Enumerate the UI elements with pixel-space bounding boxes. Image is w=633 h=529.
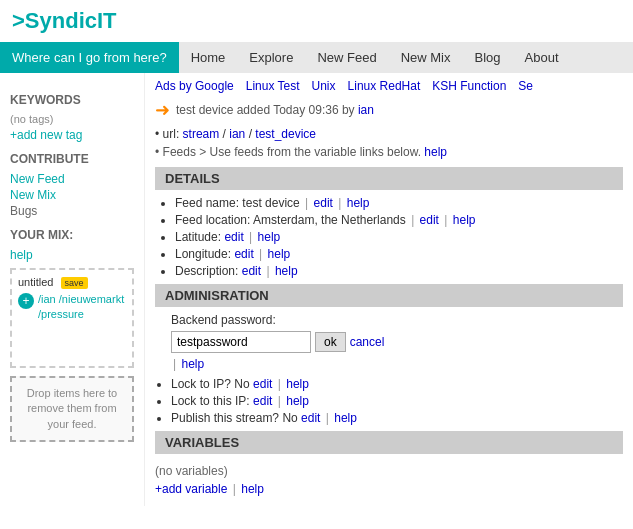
drop-box: Drop items here to remove them from your… bbox=[10, 376, 134, 442]
content: Ads by Google Linux Test Unix Linux RedH… bbox=[145, 73, 633, 506]
ads-by-google: Ads by Google bbox=[155, 79, 234, 93]
mix-save-badge[interactable]: save bbox=[61, 277, 88, 289]
latitude-label: Latitude: bbox=[175, 230, 221, 244]
ads-row: Ads by Google Linux Test Unix Linux RedH… bbox=[155, 79, 623, 93]
test-device-link[interactable]: test_device bbox=[255, 127, 316, 141]
password-row: ok cancel bbox=[171, 331, 623, 353]
nav-new-mix[interactable]: New Mix bbox=[389, 42, 463, 73]
feed-name-help[interactable]: help bbox=[347, 196, 370, 210]
navigation: Where can I go from here? Home Explore N… bbox=[0, 42, 633, 73]
longitude-item: Longitude: edit | help bbox=[175, 247, 623, 261]
nav-blog[interactable]: Blog bbox=[463, 42, 513, 73]
lock-this-ip-help[interactable]: help bbox=[286, 394, 309, 408]
nav-search-label: Where can I go from here? bbox=[0, 42, 179, 73]
variables-help-link[interactable]: help bbox=[241, 482, 264, 496]
header: >SyndicIT bbox=[0, 0, 633, 42]
feed-location-item: Feed location: Amsterdam, the Netherland… bbox=[175, 213, 623, 227]
lock-ip-edit[interactable]: edit bbox=[253, 377, 272, 391]
bugs-label: Bugs bbox=[10, 204, 134, 218]
ian-link[interactable]: ian bbox=[229, 127, 245, 141]
no-variables-label: (no variables) bbox=[155, 464, 623, 478]
keywords-title: KEYWORDS bbox=[10, 93, 134, 107]
your-mix-title: YOUR MIX: bbox=[10, 228, 134, 242]
nav-explore[interactable]: Explore bbox=[237, 42, 305, 73]
contribute-title: CONTRIBUTE bbox=[10, 152, 134, 166]
description-help[interactable]: help bbox=[275, 264, 298, 278]
password-input[interactable] bbox=[171, 331, 311, 353]
mix-path-line1: /ian /nieuwemarkt bbox=[38, 293, 124, 305]
feed-name-label: Feed name: test device bbox=[175, 196, 300, 210]
ads-se[interactable]: Se bbox=[518, 79, 533, 93]
main: KEYWORDS (no tags) +add new tag CONTRIBU… bbox=[0, 73, 633, 506]
feed-location-edit[interactable]: edit bbox=[420, 213, 439, 227]
lock-ip-label: Lock to IP? No bbox=[171, 377, 250, 391]
feeds-text: Feeds > Use feeds from the variable link… bbox=[163, 145, 421, 159]
ads-linux-test[interactable]: Linux Test bbox=[246, 79, 300, 93]
logo: >SyndicIT bbox=[12, 8, 117, 33]
mix-untitled-label: untitled bbox=[18, 276, 53, 288]
orange-arrow-icon: ➜ bbox=[155, 99, 170, 121]
publish-edit[interactable]: edit bbox=[301, 411, 320, 425]
ok-button[interactable]: ok bbox=[315, 332, 346, 352]
lock-this-ip-edit[interactable]: edit bbox=[253, 394, 272, 408]
publish-stream-item: Publish this stream? No edit | help bbox=[171, 411, 623, 425]
cancel-link[interactable]: cancel bbox=[350, 335, 385, 349]
feeds-help-link[interactable]: help bbox=[424, 145, 447, 159]
publish-help[interactable]: help bbox=[334, 411, 357, 425]
lock-ip-help[interactable]: help bbox=[286, 377, 309, 391]
mix-path-line2: /pressure bbox=[38, 308, 84, 320]
sidebar: KEYWORDS (no tags) +add new tag CONTRIBU… bbox=[0, 73, 145, 506]
admin-section-header: ADMINISRATION bbox=[155, 284, 623, 307]
add-variable-link[interactable]: +add variable bbox=[155, 482, 227, 496]
admin-row: Backend password: ok cancel | help bbox=[155, 313, 623, 371]
longitude-edit[interactable]: edit bbox=[234, 247, 253, 261]
admin-list: Lock to IP? No edit | help Lock to this … bbox=[155, 377, 623, 425]
ads-linux-redhat[interactable]: Linux RedHat bbox=[348, 79, 421, 93]
variables-section-header: VARIABLES bbox=[155, 431, 623, 454]
latitude-item: Latitude: edit | help bbox=[175, 230, 623, 244]
nav-about[interactable]: About bbox=[513, 42, 571, 73]
ads-unix[interactable]: Unix bbox=[312, 79, 336, 93]
stream-link[interactable]: stream bbox=[183, 127, 220, 141]
feed-name-item: Feed name: test device | edit | help bbox=[175, 196, 623, 210]
nav-new-feed[interactable]: New Feed bbox=[305, 42, 388, 73]
bc-sep1: / bbox=[223, 127, 226, 141]
admin-help-link[interactable]: help bbox=[181, 357, 204, 371]
lock-this-ip-label: Lock to this IP: bbox=[171, 394, 250, 408]
device-added-label: test device added Today 09:36 by bbox=[176, 103, 355, 117]
sidebar-help-link[interactable]: help bbox=[10, 248, 134, 262]
variables-content: (no variables) +add variable | help bbox=[155, 460, 623, 500]
bc-sep2: / bbox=[249, 127, 252, 141]
longitude-help[interactable]: help bbox=[268, 247, 291, 261]
url-label: url: bbox=[163, 127, 180, 141]
details-list: Feed name: test device | edit | help Fee… bbox=[155, 196, 623, 278]
details-section-header: DETAILS bbox=[155, 167, 623, 190]
mix-box: untitled save + /ian /nieuwemarkt /press… bbox=[10, 268, 134, 368]
sidebar-new-feed-link[interactable]: New Feed bbox=[10, 172, 134, 186]
ads-ksh-function[interactable]: KSH Function bbox=[432, 79, 506, 93]
description-edit[interactable]: edit bbox=[242, 264, 261, 278]
lock-ip-item: Lock to IP? No edit | help bbox=[171, 377, 623, 391]
drop-box-text: Drop items here to remove them from your… bbox=[18, 386, 126, 432]
add-tag-link[interactable]: +add new tag bbox=[10, 128, 134, 142]
mix-add-icon[interactable]: + bbox=[18, 293, 34, 309]
publish-stream-label: Publish this stream? No bbox=[171, 411, 298, 425]
description-label: Description: bbox=[175, 264, 238, 278]
feeds-line: • Feeds > Use feeds from the variable li… bbox=[155, 145, 623, 159]
longitude-label: Longitude: bbox=[175, 247, 231, 261]
nav-home[interactable]: Home bbox=[179, 42, 238, 73]
feed-location-help[interactable]: help bbox=[453, 213, 476, 227]
latitude-help[interactable]: help bbox=[258, 230, 281, 244]
feed-name-edit[interactable]: edit bbox=[314, 196, 333, 210]
no-tags: (no tags) bbox=[10, 113, 134, 125]
latitude-edit[interactable]: edit bbox=[224, 230, 243, 244]
backend-password-label: Backend password: bbox=[171, 313, 276, 327]
lock-this-ip-item: Lock to this IP: edit | help bbox=[171, 394, 623, 408]
add-variable-row: +add variable | help bbox=[155, 482, 623, 496]
nav-links: Home Explore New Feed New Mix Blog About bbox=[179, 42, 633, 73]
device-user-link[interactable]: ian bbox=[358, 103, 374, 117]
sidebar-new-mix-link[interactable]: New Mix bbox=[10, 188, 134, 202]
mix-item: + /ian /nieuwemarkt /pressure bbox=[18, 292, 126, 323]
mix-path: /ian /nieuwemarkt /pressure bbox=[38, 292, 124, 323]
description-item: Description: edit | help bbox=[175, 264, 623, 278]
